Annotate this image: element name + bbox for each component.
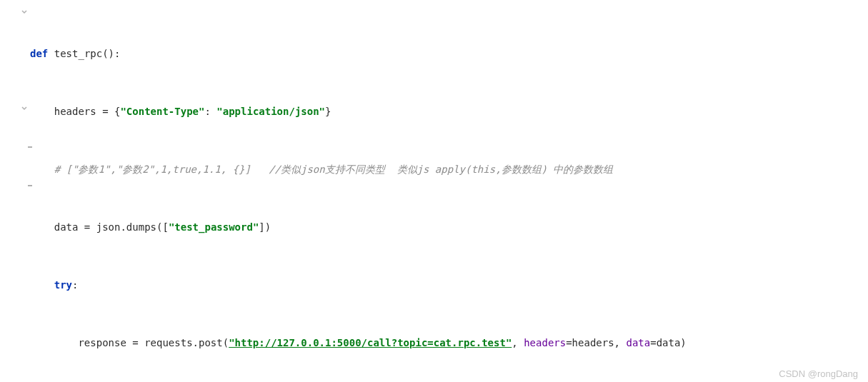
fold-marker-icon[interactable] [26,181,34,189]
watermark: CSDN @rongDang [779,368,858,379]
keyword-def: def [30,48,48,59]
svg-rect-1 [28,185,32,186]
function-name: test_rpc [54,48,102,59]
collapse-icon[interactable] [20,104,29,112]
url-string: "http://127.0.0.1:5000/call?topic=cat.rp… [229,337,512,348]
svg-rect-0 [28,146,32,148]
collapse-icon[interactable] [20,7,29,16]
editor-gutter [0,0,30,382]
code-comment: # ["参数1","参数2",1,true,1.1, {}] //类似json支… [30,164,613,175]
fold-marker-icon[interactable] [26,142,34,151]
code-content[interactable]: def test_rpc(): headers = {"Content-Type… [30,0,868,382]
keyword-try: try [54,279,72,291]
code-editor[interactable]: def test_rpc(): headers = {"Content-Type… [0,0,868,382]
